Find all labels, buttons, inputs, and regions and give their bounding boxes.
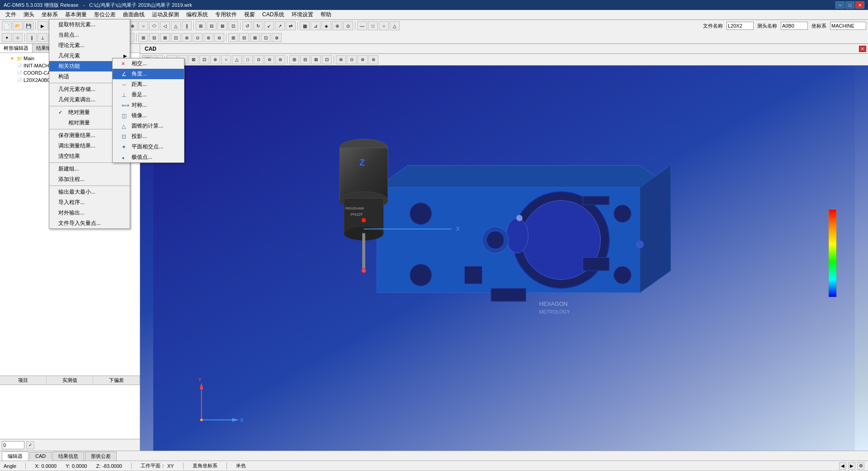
menu-output-minmax[interactable]: 输出最大最小... (49, 187, 130, 197)
menu-extract-special[interactable]: 提取特别元素... (49, 19, 130, 30)
menu-new-group[interactable]: 新建组... (49, 164, 130, 174)
menu-special[interactable]: 专用软件 (212, 10, 241, 19)
filename-input[interactable] (726, 22, 754, 30)
menu-add-process[interactable]: 添加注程... (49, 174, 130, 185)
cad-tb-16[interactable]: ⊠ (311, 55, 321, 64)
menu-file[interactable]: 文件 (2, 10, 20, 19)
tb-c2[interactable]: ⊟ (207, 21, 217, 30)
menu-basic-measure[interactable]: 基本测量 (61, 10, 90, 19)
tb-j5[interactable]: ⊛ (272, 33, 282, 42)
tb-i2[interactable]: ⊟ (149, 33, 159, 42)
menu-import-program[interactable]: 导入程序... (49, 197, 130, 208)
cad-tb-10[interactable]: □ (243, 55, 253, 64)
tab-tree-editor[interactable]: 树形编辑器 (0, 44, 33, 52)
tb-f4[interactable]: △ (390, 21, 400, 30)
tb-i5[interactable]: ⊛ (182, 33, 192, 42)
tab-cad[interactable]: CAD (29, 452, 52, 460)
settings-btn[interactable]: ⚙ (857, 462, 864, 470)
minimize-button[interactable]: ─ (835, 1, 844, 9)
tb-e4[interactable]: ⊛ (332, 21, 342, 30)
menu-coordsys[interactable]: 坐标系 (38, 10, 61, 19)
tb-b7[interactable]: ⬭ (149, 21, 159, 30)
tab-shape-tol[interactable]: 形状公差 (85, 452, 117, 461)
menu-curve[interactable]: 曲面曲线 (119, 10, 148, 19)
value-input[interactable] (2, 441, 24, 449)
coordsys-input[interactable] (830, 22, 866, 30)
menu-env[interactable]: 环境设置 (288, 10, 317, 19)
tb-g2[interactable]: ⊹ (13, 33, 23, 42)
tb-c4[interactable]: ⊡ (228, 21, 238, 30)
cad-tb-20[interactable]: ⊚ (358, 55, 368, 64)
tb-i4[interactable]: ⊡ (171, 33, 181, 42)
scene-3d[interactable]: HEXAGON METROLOGY (140, 56, 868, 451)
input-confirm-btn[interactable]: ✓ (26, 441, 34, 449)
menu-probe[interactable]: 测头 (20, 10, 38, 19)
scroll-right-btn[interactable]: ▶ (848, 462, 855, 470)
submenu-project[interactable]: ⊡投影... (113, 131, 184, 142)
submenu-perpendicular[interactable]: ⊥垂足... (113, 90, 184, 100)
tb-c1[interactable]: ⊞ (196, 21, 206, 30)
tb-d2[interactable]: ↻ (253, 21, 263, 30)
tb-i1[interactable]: ⊞ (138, 33, 148, 42)
tb-g1[interactable]: ✦ (2, 33, 12, 42)
tb-f1[interactable]: ― (357, 21, 367, 30)
tb-d5[interactable]: ⇄ (286, 21, 296, 30)
cad-tb-19[interactable]: ⊙ (347, 55, 357, 64)
cad-tb-11[interactable]: ⊙ (254, 55, 264, 64)
menu-theory-element[interactable]: 理论元素... (49, 40, 130, 51)
tb-f2[interactable]: □ (368, 21, 378, 30)
tb-b6[interactable]: ○ (138, 21, 148, 30)
tb-b9[interactable]: △ (171, 21, 181, 30)
menu-external-output[interactable]: 对外输出... (49, 208, 130, 218)
tb-e5[interactable]: ⊙ (343, 21, 353, 30)
menu-current-point[interactable]: 当前点... (49, 30, 130, 40)
tab-editor[interactable]: 编辑器 (2, 452, 28, 461)
tb-i6[interactable]: ⊙ (193, 33, 203, 42)
tb-new[interactable]: 📄 (2, 21, 12, 30)
tb-h1[interactable]: ∥ (27, 33, 37, 42)
tb-i8[interactable]: ⊜ (214, 33, 224, 42)
submenu-cone-calc[interactable]: △圆锥的计算... (113, 121, 184, 131)
tb-j3[interactable]: ⊠ (250, 33, 260, 42)
menu-program[interactable]: 编程系统 (183, 10, 212, 19)
tb-d4[interactable]: ↗ (275, 21, 285, 30)
tb-save[interactable]: 💾 (24, 21, 33, 30)
menu-tolerance[interactable]: 形位公差 (90, 10, 119, 19)
tb-f3[interactable]: ○ (379, 21, 389, 30)
submenu-angle[interactable]: ∠角度... (113, 69, 184, 79)
cad-tb-9[interactable]: △ (232, 55, 242, 64)
menu-help[interactable]: 帮助 (317, 10, 335, 19)
tb-j2[interactable]: ⊟ (239, 33, 249, 42)
cad-tb-21[interactable]: ⊜ (368, 55, 378, 64)
tb-j4[interactable]: ⊡ (261, 33, 271, 42)
cad-tb-13[interactable]: ⊜ (275, 55, 285, 64)
cad-tb-8[interactable]: ○ (221, 55, 231, 64)
tb-b10[interactable]: ∥ (182, 21, 192, 30)
tb-open[interactable]: 📂 (13, 21, 23, 30)
probename-input[interactable] (781, 22, 808, 30)
cad-tb-6[interactable]: ⊡ (199, 55, 209, 64)
tb-c3[interactable]: ⊠ (217, 21, 227, 30)
submenu-distance[interactable]: ↔距离... (113, 79, 184, 90)
tab-results[interactable]: 结果信息 (52, 452, 84, 461)
cad-tb-17[interactable]: ⊡ (322, 55, 332, 64)
submenu-intersect[interactable]: ×相交... (113, 58, 184, 69)
tb-i3[interactable]: ⊠ (160, 33, 170, 42)
menu-view[interactable]: 视窗 (241, 10, 259, 19)
tb-e2[interactable]: ⊿ (311, 21, 321, 30)
cad-tb-14[interactable]: ⊞ (289, 55, 299, 64)
submenu-extreme-point[interactable]: ⬥极值点... (113, 152, 184, 162)
submenu-symmetric[interactable]: ⟺对称... (113, 100, 184, 110)
cad-tb-18[interactable]: ⊛ (336, 55, 346, 64)
tb-e1[interactable]: ▦ (300, 21, 310, 30)
cad-panel-close-btn[interactable]: ✕ (859, 46, 866, 52)
tb-e3[interactable]: ◈ (321, 21, 331, 30)
tb-run[interactable]: ▶ (38, 21, 47, 30)
tb-d1[interactable]: ↺ (242, 21, 252, 30)
tb-j1[interactable]: ⊞ (228, 33, 238, 42)
submenu-mirror[interactable]: ◫镜像... (113, 110, 184, 121)
cad-tb-7[interactable]: ⊛ (210, 55, 220, 64)
menu-cad[interactable]: CAD系统 (259, 10, 288, 19)
tb-i7[interactable]: ⊚ (203, 33, 213, 42)
scroll-left-btn[interactable]: ◀ (839, 462, 846, 470)
